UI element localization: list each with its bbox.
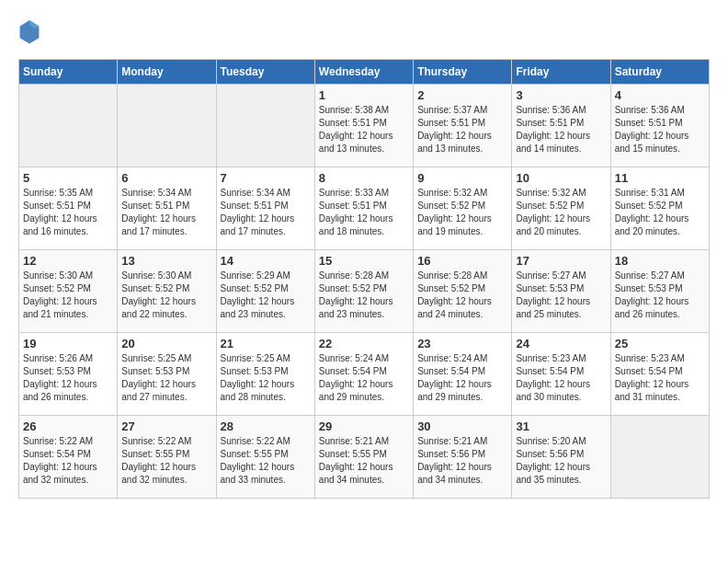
week-row-3: 12Sunrise: 5:30 AM Sunset: 5:52 PM Dayli…: [19, 250, 710, 333]
day-number: 10: [516, 171, 606, 185]
day-cell: 24Sunrise: 5:23 AM Sunset: 5:54 PM Dayli…: [512, 333, 610, 416]
day-info: Sunrise: 5:38 AM Sunset: 5:51 PM Dayligh…: [319, 104, 409, 155]
day-number: 21: [221, 337, 311, 350]
header-cell-sunday: Sunday: [19, 60, 118, 85]
day-cell: 13Sunrise: 5:30 AM Sunset: 5:52 PM Dayli…: [118, 250, 216, 333]
day-cell: 31Sunrise: 5:20 AM Sunset: 5:56 PM Dayli…: [512, 416, 610, 499]
day-cell: [216, 85, 314, 167]
day-number: 31: [516, 419, 606, 433]
page-header: [18, 18, 710, 44]
day-info: Sunrise: 5:24 AM Sunset: 5:54 PM Dayligh…: [319, 352, 409, 404]
day-number: 2: [417, 88, 507, 102]
day-info: Sunrise: 5:25 AM Sunset: 5:53 PM Dayligh…: [221, 352, 311, 404]
day-info: Sunrise: 5:28 AM Sunset: 5:52 PM Dayligh…: [417, 270, 507, 321]
day-cell: 10Sunrise: 5:32 AM Sunset: 5:52 PM Dayli…: [512, 167, 610, 250]
day-number: 3: [516, 88, 606, 102]
day-cell: 7Sunrise: 5:34 AM Sunset: 5:51 PM Daylig…: [216, 167, 314, 250]
day-info: Sunrise: 5:22 AM Sunset: 5:55 PM Dayligh…: [221, 435, 311, 487]
day-cell: 22Sunrise: 5:24 AM Sunset: 5:54 PM Dayli…: [314, 333, 413, 416]
day-info: Sunrise: 5:23 AM Sunset: 5:54 PM Dayligh…: [516, 352, 606, 404]
day-info: Sunrise: 5:32 AM Sunset: 5:52 PM Dayligh…: [417, 187, 507, 238]
day-number: 23: [417, 337, 507, 350]
day-number: 16: [417, 254, 507, 268]
day-number: 30: [417, 419, 507, 433]
day-info: Sunrise: 5:29 AM Sunset: 5:52 PM Dayligh…: [221, 270, 311, 321]
logo: [18, 18, 44, 44]
day-number: 15: [319, 254, 409, 268]
day-cell: 16Sunrise: 5:28 AM Sunset: 5:52 PM Dayli…: [414, 250, 512, 333]
day-cell: 8Sunrise: 5:33 AM Sunset: 5:51 PM Daylig…: [314, 167, 413, 250]
day-info: Sunrise: 5:20 AM Sunset: 5:56 PM Dayligh…: [516, 435, 606, 487]
day-cell: 6Sunrise: 5:34 AM Sunset: 5:51 PM Daylig…: [118, 167, 216, 250]
day-number: 24: [516, 337, 606, 350]
day-number: 13: [121, 254, 211, 268]
day-info: Sunrise: 5:36 AM Sunset: 5:51 PM Dayligh…: [516, 104, 606, 155]
day-number: 8: [319, 171, 409, 185]
header-cell-monday: Monday: [118, 60, 216, 85]
day-cell: 17Sunrise: 5:27 AM Sunset: 5:53 PM Dayli…: [512, 250, 610, 333]
day-number: 6: [121, 171, 211, 185]
day-cell: 2Sunrise: 5:37 AM Sunset: 5:51 PM Daylig…: [414, 85, 512, 167]
header-cell-tuesday: Tuesday: [216, 60, 314, 85]
day-info: Sunrise: 5:34 AM Sunset: 5:51 PM Dayligh…: [121, 187, 211, 238]
day-info: Sunrise: 5:36 AM Sunset: 5:51 PM Dayligh…: [615, 104, 705, 155]
day-number: 26: [23, 419, 113, 433]
day-info: Sunrise: 5:27 AM Sunset: 5:53 PM Dayligh…: [615, 270, 705, 321]
week-row-4: 19Sunrise: 5:26 AM Sunset: 5:53 PM Dayli…: [19, 333, 710, 416]
day-info: Sunrise: 5:32 AM Sunset: 5:52 PM Dayligh…: [516, 187, 606, 238]
day-cell: [19, 85, 118, 167]
day-number: 11: [615, 171, 705, 185]
day-cell: 12Sunrise: 5:30 AM Sunset: 5:52 PM Dayli…: [19, 250, 118, 333]
header-cell-friday: Friday: [512, 60, 610, 85]
day-number: 4: [615, 88, 705, 102]
day-number: 7: [221, 171, 311, 185]
day-info: Sunrise: 5:25 AM Sunset: 5:53 PM Dayligh…: [121, 352, 211, 404]
day-cell: 11Sunrise: 5:31 AM Sunset: 5:52 PM Dayli…: [610, 167, 709, 250]
day-cell: [610, 416, 709, 499]
day-cell: 4Sunrise: 5:36 AM Sunset: 5:51 PM Daylig…: [610, 85, 709, 167]
day-cell: 5Sunrise: 5:35 AM Sunset: 5:51 PM Daylig…: [19, 167, 118, 250]
day-info: Sunrise: 5:21 AM Sunset: 5:56 PM Dayligh…: [417, 435, 507, 487]
day-number: 29: [319, 419, 409, 433]
day-cell: 18Sunrise: 5:27 AM Sunset: 5:53 PM Dayli…: [610, 250, 709, 333]
day-number: 18: [615, 254, 705, 268]
day-number: 12: [23, 254, 113, 268]
day-number: 22: [319, 337, 409, 350]
day-info: Sunrise: 5:27 AM Sunset: 5:53 PM Dayligh…: [516, 270, 606, 321]
day-cell: 29Sunrise: 5:21 AM Sunset: 5:55 PM Dayli…: [314, 416, 413, 499]
day-info: Sunrise: 5:22 AM Sunset: 5:55 PM Dayligh…: [121, 435, 211, 487]
logo-icon: [18, 18, 40, 44]
day-info: Sunrise: 5:23 AM Sunset: 5:54 PM Dayligh…: [615, 352, 705, 404]
calendar-body: 1Sunrise: 5:38 AM Sunset: 5:51 PM Daylig…: [19, 85, 710, 499]
day-info: Sunrise: 5:35 AM Sunset: 5:51 PM Dayligh…: [23, 187, 113, 238]
day-cell: 23Sunrise: 5:24 AM Sunset: 5:54 PM Dayli…: [414, 333, 512, 416]
day-number: 5: [23, 171, 113, 185]
day-cell: 28Sunrise: 5:22 AM Sunset: 5:55 PM Dayli…: [216, 416, 314, 499]
header-cell-saturday: Saturday: [610, 60, 709, 85]
day-number: 25: [615, 337, 705, 350]
day-number: 1: [319, 88, 409, 102]
day-info: Sunrise: 5:24 AM Sunset: 5:54 PM Dayligh…: [417, 352, 507, 404]
day-cell: 30Sunrise: 5:21 AM Sunset: 5:56 PM Dayli…: [414, 416, 512, 499]
week-row-2: 5Sunrise: 5:35 AM Sunset: 5:51 PM Daylig…: [19, 167, 710, 250]
day-number: 14: [221, 254, 311, 268]
day-cell: 20Sunrise: 5:25 AM Sunset: 5:53 PM Dayli…: [118, 333, 216, 416]
day-number: 9: [417, 171, 507, 185]
day-info: Sunrise: 5:26 AM Sunset: 5:53 PM Dayligh…: [23, 352, 113, 404]
day-number: 27: [121, 419, 211, 433]
header-cell-wednesday: Wednesday: [314, 60, 413, 85]
week-row-1: 1Sunrise: 5:38 AM Sunset: 5:51 PM Daylig…: [19, 85, 710, 167]
day-info: Sunrise: 5:37 AM Sunset: 5:51 PM Dayligh…: [417, 104, 507, 155]
day-info: Sunrise: 5:34 AM Sunset: 5:51 PM Dayligh…: [221, 187, 311, 238]
day-info: Sunrise: 5:31 AM Sunset: 5:52 PM Dayligh…: [615, 187, 705, 238]
day-cell: 9Sunrise: 5:32 AM Sunset: 5:52 PM Daylig…: [414, 167, 512, 250]
calendar-table: SundayMondayTuesdayWednesdayThursdayFrid…: [18, 59, 710, 499]
day-cell: [118, 85, 216, 167]
calendar-header: SundayMondayTuesdayWednesdayThursdayFrid…: [19, 60, 710, 85]
day-cell: 21Sunrise: 5:25 AM Sunset: 5:53 PM Dayli…: [216, 333, 314, 416]
day-cell: 3Sunrise: 5:36 AM Sunset: 5:51 PM Daylig…: [512, 85, 610, 167]
day-cell: 19Sunrise: 5:26 AM Sunset: 5:53 PM Dayli…: [19, 333, 118, 416]
day-number: 28: [221, 419, 311, 433]
week-row-5: 26Sunrise: 5:22 AM Sunset: 5:54 PM Dayli…: [19, 416, 710, 499]
day-cell: 26Sunrise: 5:22 AM Sunset: 5:54 PM Dayli…: [19, 416, 118, 499]
